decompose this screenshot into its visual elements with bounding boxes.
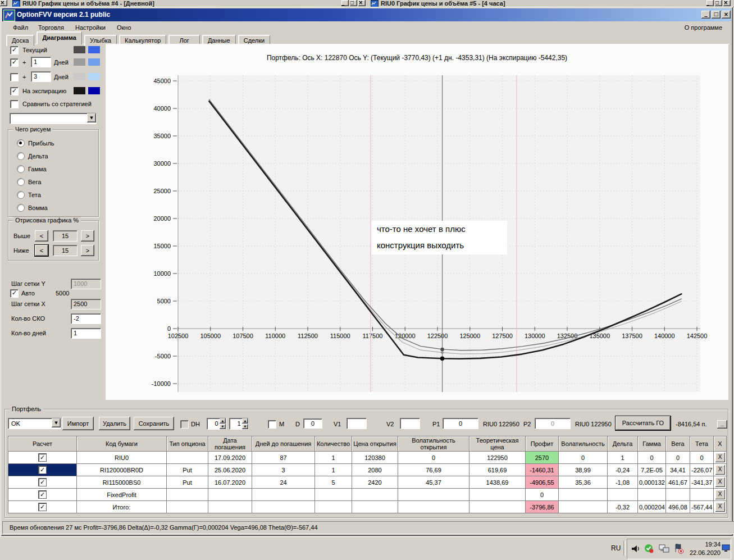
bg-window2-maximize[interactable]: □	[715, 0, 722, 6]
table-cell[interactable]	[352, 501, 398, 513]
network-icon[interactable]	[659, 544, 670, 555]
title-bar[interactable]: OptionFVV версия 2.1 public _ □ ×	[2, 8, 731, 21]
table-cell[interactable]: -226,07	[690, 464, 714, 476]
menu-about[interactable]: О программе	[685, 24, 722, 31]
portfolio-collapse-button[interactable]: _	[717, 420, 727, 429]
bg-window1-maximize[interactable]: □	[350, 0, 357, 6]
menu-window[interactable]: Окно	[117, 24, 131, 31]
table-cell[interactable]	[167, 452, 208, 464]
column-header[interactable]: Дата погашения	[208, 436, 252, 452]
table-cell[interactable]: 122950	[469, 452, 526, 464]
table-cell[interactable]	[252, 501, 315, 513]
column-header[interactable]: X	[714, 436, 727, 452]
table-cell[interactable]: 1	[608, 452, 638, 464]
p2-input[interactable]: 0	[535, 418, 571, 429]
row-delete-button[interactable]: X	[715, 453, 725, 462]
p1-input[interactable]: 0	[443, 418, 478, 429]
row-delete-button[interactable]: X	[715, 477, 725, 487]
delete-button[interactable]: Удалить	[99, 417, 130, 430]
table-cell[interactable]: 16.07.2020	[208, 476, 252, 489]
v2-input[interactable]	[400, 418, 420, 429]
table-cell[interactable]: 35,36	[559, 476, 608, 489]
table-cell[interactable]	[638, 489, 666, 501]
preset-dropdown[interactable]: OK ▼	[8, 418, 61, 429]
spin2[interactable]: 1 ▲ ▼	[229, 418, 249, 430]
plus3-checkbox[interactable]	[10, 73, 19, 81]
strategy-dropdown-arrow-icon[interactable]: ▼	[87, 113, 96, 122]
column-header[interactable]: Тип опциона	[167, 436, 208, 452]
table-cell[interactable]: 0,000132	[638, 476, 666, 489]
calc-checkbox-cell[interactable]: ✓	[8, 452, 77, 464]
table-cell[interactable]: 1	[315, 464, 352, 476]
antivirus-icon[interactable]	[644, 544, 654, 555]
current-checkbox[interactable]: ✓	[10, 46, 19, 54]
table-cell[interactable]	[559, 489, 608, 501]
table-cell[interactable]	[208, 489, 252, 501]
column-header[interactable]: Цена открытия	[352, 436, 398, 452]
table-cell[interactable]: 0	[690, 452, 714, 464]
sko-input[interactable]: -2	[71, 313, 101, 324]
minimize-button[interactable]: _	[701, 11, 710, 19]
plus1-days-input[interactable]: 1	[31, 57, 51, 67]
radio-delta[interactable]	[17, 152, 25, 160]
table-cell[interactable]: 1438,69	[469, 476, 526, 489]
calc-go-button[interactable]: Рассчитать ГО	[616, 416, 671, 430]
table-cell[interactable]	[608, 489, 638, 501]
row-delete-button[interactable]: X	[715, 490, 725, 499]
table-cell[interactable]: 0	[526, 489, 559, 501]
dh-checkbox[interactable]	[180, 420, 189, 429]
table-cell[interactable]	[398, 501, 469, 513]
table-cell[interactable]: Put	[167, 476, 208, 489]
save-button[interactable]: Сохранить	[134, 417, 174, 430]
auto-checkbox[interactable]: ✓	[10, 289, 19, 298]
menu-file[interactable]: Файл	[13, 24, 28, 31]
row-delete-button[interactable]: X	[715, 502, 725, 512]
table-cell[interactable]: RI120000BR0D	[77, 464, 167, 476]
grid-x-input[interactable]: 2500	[71, 299, 101, 309]
days-count-input[interactable]: 1	[71, 328, 101, 339]
table-cell[interactable]: 0	[398, 452, 469, 464]
table-cell[interactable]: 45,37	[398, 476, 469, 489]
menu-settings[interactable]: Настройки	[75, 24, 106, 31]
radio-pribyl[interactable]	[17, 139, 25, 147]
row-delete-button[interactable]: X	[715, 465, 725, 475]
tray-clock[interactable]: 19:34 22.06.2020	[686, 540, 721, 557]
v1-input[interactable]	[347, 418, 367, 429]
table-cell[interactable]: 87	[252, 452, 315, 464]
column-header[interactable]: Волатильность	[559, 436, 608, 452]
radio-gamma[interactable]	[17, 165, 25, 173]
table-cell[interactable]: RIU0	[77, 452, 167, 464]
table-cell[interactable]: -1460,31	[526, 464, 559, 476]
column-header[interactable]: Вега	[666, 436, 690, 452]
table-cell[interactable]: 619,69	[469, 464, 526, 476]
spin1-up-icon[interactable]: ▲	[220, 418, 226, 424]
grid-y-input[interactable]: 1000	[71, 279, 101, 289]
display-icon[interactable]	[722, 544, 731, 554]
bg-window1-minimize[interactable]: _	[341, 0, 349, 6]
bg-window1-close[interactable]: ×	[358, 0, 366, 6]
table-cell[interactable]: -4906,55	[526, 476, 559, 489]
table-cell[interactable]: 1	[315, 452, 352, 464]
spin2-up-icon[interactable]: ▲	[242, 418, 248, 424]
above-decrement-button[interactable]: <	[35, 230, 48, 242]
taskbar[interactable]: RU 19:34 22.06.2020	[0, 536, 734, 560]
column-header[interactable]: Дней до погашения	[252, 436, 315, 452]
table-cell[interactable]: 24	[252, 476, 315, 489]
calc-checkbox-cell[interactable]: ✓	[8, 476, 77, 489]
table-cell[interactable]: 2420	[352, 476, 398, 489]
table-cell[interactable]: 0	[666, 452, 690, 464]
column-header[interactable]: Теоретическая цена	[469, 436, 526, 452]
bg-window-close-fragment[interactable]: ×	[0, 0, 7, 6]
spin2-down-icon[interactable]: ▼	[242, 424, 248, 429]
table-cell[interactable]: -0,32	[608, 501, 638, 513]
column-header[interactable]: Тета	[690, 436, 714, 452]
radio-theta[interactable]	[17, 191, 25, 199]
table-cell[interactable]	[167, 501, 208, 513]
table-cell[interactable]	[690, 489, 714, 501]
table-cell[interactable]: -3796,86	[526, 501, 559, 513]
table-cell[interactable]: 34,41	[666, 464, 690, 476]
close-button[interactable]: ×	[722, 11, 731, 19]
table-cell[interactable]: 496,08	[666, 501, 690, 513]
menu-trading[interactable]: Торговля	[38, 24, 64, 31]
table-cell[interactable]	[315, 501, 352, 513]
